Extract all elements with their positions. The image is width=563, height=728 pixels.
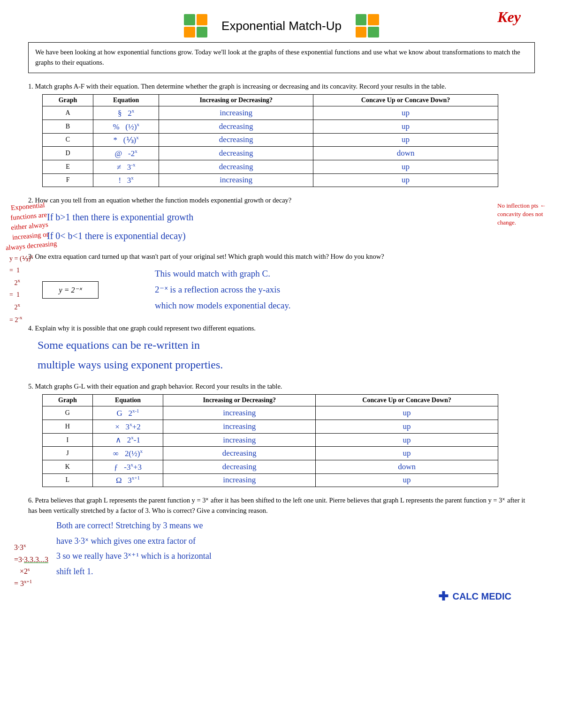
cell-graph: F (43, 173, 93, 187)
q3-text: 3. One extra equation card turned up tha… (28, 252, 535, 262)
q2-text: 2. How can you tell from an equation whe… (28, 195, 535, 206)
sidebar-annotation: Exponential functions are either always … (2, 199, 58, 253)
q6-text: 6. Petra believes that graph L represent… (28, 495, 535, 516)
cell-equation: ƒ -3x+3 (92, 460, 163, 473)
cell-equation: × 3x+2 (92, 420, 163, 434)
cell-concavity: up (316, 433, 498, 447)
col-inc-dec: Increasing or Decreasing? (159, 95, 313, 106)
q6-answer-line2: have 3·3ˣ which gives one extra factor o… (56, 534, 535, 548)
col-equation: Equation (92, 395, 163, 406)
cell-concavity: up (316, 406, 498, 420)
table-row: G G 2x-1 increasing up (43, 406, 498, 420)
q3-answer-line3: which now models exponential decay. (155, 299, 291, 313)
col-inc-dec: Increasing or Decreasing? (163, 395, 316, 406)
cell-concavity: up (313, 160, 498, 173)
cell-concavity: down (313, 147, 498, 160)
col-graph: Graph (43, 95, 93, 106)
cell-graph: I (43, 433, 93, 447)
table-row: A § 2x increasing up (43, 106, 498, 120)
q6-answer-line3: 3 so we really have 3ˣ⁺¹ which is a hori… (56, 549, 535, 563)
cell-graph: A (43, 106, 93, 120)
table-row: B % (½)x decreasing up (43, 120, 498, 133)
table-row: K ƒ -3x+3 decreasing down (43, 460, 498, 473)
intro-box: We have been looking at how exponential … (28, 42, 535, 73)
cell-inc-dec: decreasing (159, 133, 313, 147)
col-concavity: Concave Up or Concave Down? (313, 95, 498, 106)
note-right: No inflection pts ← concavity does not c… (497, 202, 554, 227)
header-area: Exponential Match-Up (28, 14, 535, 38)
cell-inc-dec: decreasing (163, 460, 316, 473)
table1-container: Graph Equation Increasing or Decreasing?… (28, 94, 535, 187)
col-graph: Graph (43, 395, 93, 406)
grid-cell (197, 14, 208, 25)
cell-graph: G (43, 406, 93, 420)
cell-equation: @ -2x (93, 147, 159, 160)
question-2-block: 2. How can you tell from an equation whe… (28, 195, 535, 243)
page-title: Exponential Match-Up (221, 19, 342, 33)
cell-concavity: up (316, 447, 498, 460)
cell-inc-dec: decreasing (159, 120, 313, 133)
cell-inc-dec: increasing (163, 433, 316, 447)
grid-cell (184, 27, 195, 38)
cell-graph: K (43, 460, 93, 473)
cell-graph: D (43, 147, 93, 160)
grid-cell (368, 14, 379, 25)
q4-text: 4. Explain why it is possible that one g… (28, 323, 535, 334)
cell-equation: ≠ 3-x (93, 160, 159, 173)
table-row: L Ω 3x+1 increasing up (43, 473, 498, 487)
table-row: C * (⅓)x decreasing up (43, 133, 498, 147)
grid-cell (197, 27, 208, 38)
q5-text: 5. Match graphs G-L with their equation … (28, 382, 535, 392)
cell-concavity: up (316, 420, 498, 434)
grid-cell (184, 14, 195, 25)
cell-graph: J (43, 447, 93, 460)
cell-graph: B (43, 120, 93, 133)
grid-icon-right (356, 14, 379, 38)
q3-answer-line1: This would match with graph C. (155, 267, 291, 281)
cell-graph: H (43, 420, 93, 434)
table-row: J ∞ 2(½)x decreasing up (43, 447, 498, 460)
cell-inc-dec: decreasing (163, 447, 316, 460)
q4-answer-line1: Some equations can be re-written in (38, 337, 535, 353)
grid-cell (356, 14, 367, 25)
question-1-block: 1. Match graphs A-F with their equation.… (28, 82, 535, 188)
q3-equation: y = 2⁻ˣ (59, 286, 82, 294)
cell-concavity: up (316, 473, 498, 487)
q1-text: 1. Match graphs A-F with their equation.… (28, 82, 535, 92)
grid-icon-left (184, 14, 207, 38)
cell-concavity: up (313, 120, 498, 133)
cell-inc-dec: increasing (163, 406, 316, 420)
calc-medic-brand: ✚ CALC MEDIC (438, 589, 511, 604)
cell-equation: G 2x-1 (92, 406, 163, 420)
table-row: H × 3x+2 increasing up (43, 420, 498, 434)
cell-concavity: up (313, 106, 498, 120)
grid-cell (368, 27, 379, 38)
cell-graph: E (43, 160, 93, 173)
q4-answer-line2: multiple ways using exponent properties. (38, 356, 535, 373)
table1: Graph Equation Increasing or Decreasing?… (42, 94, 498, 187)
cell-concavity: up (313, 173, 498, 187)
cell-inc-dec: decreasing (159, 147, 313, 160)
question-6-block: 6. Petra believes that graph L represent… (28, 495, 535, 618)
cell-equation: * (⅓)x (93, 133, 159, 147)
cell-equation: § 2x (93, 106, 159, 120)
cell-equation: Ω 3x+1 (92, 473, 163, 487)
q3-answer-block: This would match with graph C. 2⁻ˣ is a … (108, 265, 291, 315)
cell-graph: C (43, 133, 93, 147)
q2-answer-line1: If b>1 then there is exponential growth (47, 210, 535, 225)
cell-inc-dec: increasing (159, 173, 313, 187)
bottom-left-note: 3·3x =3·3.3.3...3 ×2s = 3x+1 (14, 541, 48, 590)
key-label: Key (497, 8, 521, 26)
table-row: F ! 3x increasing up (43, 173, 498, 187)
table-row: E ≠ 3-x decreasing up (43, 160, 498, 173)
table2: Graph Equation Increasing or Decreasing?… (42, 394, 498, 487)
q6-answer-line1: Both are correct! Stretching by 3 means … (56, 519, 535, 533)
sidebar-y-note: y = (⅓)x= 1 2x= 1 2x= 2-x (9, 252, 33, 326)
cell-inc-dec: decreasing (159, 160, 313, 173)
question-3-block: 3. One extra equation card turned up tha… (28, 252, 535, 315)
cell-graph: L (43, 473, 93, 487)
cell-concavity: up (313, 133, 498, 147)
calc-medic-label: CALC MEDIC (452, 591, 511, 602)
cell-equation: ∞ 2(½)x (92, 447, 163, 460)
q2-answer-line2: If 0< b<1 there is exponential decay) (47, 228, 535, 243)
